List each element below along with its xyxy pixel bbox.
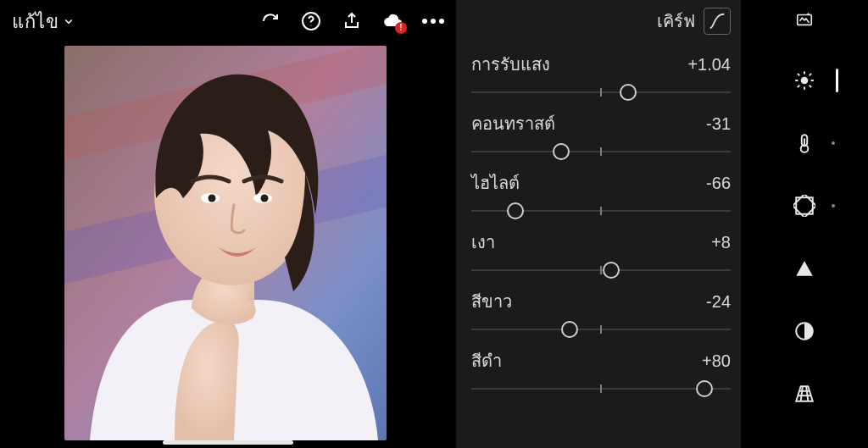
slider-row: เงา+8 xyxy=(471,232,731,279)
svg-line-16 xyxy=(810,86,811,87)
ellipsis-icon xyxy=(422,19,444,24)
tool-color[interactable] xyxy=(791,132,818,154)
photo-preview[interactable] xyxy=(64,46,387,440)
svg-point-1 xyxy=(310,25,311,25)
active-tool-indicator xyxy=(836,69,838,92)
adjustments-panel: เคิร์ฟ การรับแสง+1.04คอนทราสต์-31ไฮไลต์-… xyxy=(456,0,741,448)
color-temp-icon xyxy=(793,132,815,154)
slider-value: -66 xyxy=(706,173,731,193)
share-button[interactable] xyxy=(341,10,363,32)
slider-track[interactable] xyxy=(471,261,731,279)
slider-value: +80 xyxy=(702,351,731,371)
tone-curve-button[interactable] xyxy=(704,8,731,35)
slider-row: ไฮไลต์-66 xyxy=(471,173,731,220)
tool-light[interactable] xyxy=(791,69,818,91)
slider-track[interactable] xyxy=(471,379,731,398)
svg-line-18 xyxy=(810,74,811,75)
slider-track[interactable] xyxy=(471,142,731,161)
curve-label: เคิร์ฟ xyxy=(657,8,695,35)
slider-track[interactable] xyxy=(471,83,731,102)
svg-line-15 xyxy=(798,74,799,75)
slider-track[interactable] xyxy=(471,320,731,339)
chevron-down-icon xyxy=(64,16,74,26)
slider-track[interactable] xyxy=(471,202,731,220)
more-menu-button[interactable] xyxy=(422,10,444,32)
redo-button[interactable] xyxy=(259,10,281,32)
svg-line-28 xyxy=(806,386,808,401)
geometry-grid-icon xyxy=(793,383,815,405)
slider-label: เงา xyxy=(471,232,495,252)
slider-label: ไฮไลต์ xyxy=(471,173,520,193)
cloud-sync-button[interactable]: ! xyxy=(381,10,403,32)
slider-value: +1.04 xyxy=(687,54,731,75)
tool-optics[interactable] xyxy=(791,320,818,342)
top-toolbar: แก้ไข ! xyxy=(0,0,456,42)
slider-value: -24 xyxy=(706,291,731,312)
slider-row: สีขาว-24 xyxy=(471,291,731,339)
tool-auto[interactable] xyxy=(791,10,818,29)
home-indicator[interactable] xyxy=(163,440,293,445)
edit-mode-label: แก้ไข xyxy=(12,7,58,36)
right-tool-strip xyxy=(741,0,868,448)
slider-value: -31 xyxy=(706,113,731,134)
svg-point-7 xyxy=(209,195,216,202)
slider-knob[interactable] xyxy=(553,143,570,160)
slider-label: สีดำ xyxy=(471,351,502,371)
panel-indicator-dot xyxy=(832,204,835,207)
help-button[interactable] xyxy=(300,10,322,32)
slider-knob[interactable] xyxy=(507,202,524,219)
effects-frame-icon xyxy=(793,195,815,217)
slider-label: คอนทราสต์ xyxy=(471,113,555,134)
curve-icon xyxy=(708,12,726,30)
tool-effects[interactable] xyxy=(791,195,818,217)
tool-detail[interactable] xyxy=(791,257,818,279)
slider-row: การรับแสง+1.04 xyxy=(471,54,731,102)
panel-indicator-dot xyxy=(832,141,835,145)
slider-knob[interactable] xyxy=(561,321,578,338)
detail-triangle-icon xyxy=(793,257,815,279)
slider-label: การรับแสง xyxy=(471,54,550,75)
svg-line-27 xyxy=(801,386,803,401)
light-adjust-icon xyxy=(793,69,815,91)
optics-lens-icon xyxy=(793,320,815,342)
svg-line-17 xyxy=(798,86,799,87)
slider-knob[interactable] xyxy=(603,262,620,279)
sync-alert-badge: ! xyxy=(395,22,407,34)
slider-label: สีขาว xyxy=(471,291,512,312)
photo-canvas-area: แก้ไข ! xyxy=(0,0,456,448)
slider-knob[interactable] xyxy=(620,84,637,101)
svg-point-8 xyxy=(261,195,269,202)
tool-geometry[interactable] xyxy=(791,383,818,405)
auto-enhance-icon xyxy=(795,10,814,29)
edit-mode-dropdown[interactable]: แก้ไข xyxy=(12,7,74,36)
svg-point-10 xyxy=(801,77,809,85)
slider-knob[interactable] xyxy=(696,380,713,397)
slider-value: +8 xyxy=(711,232,731,252)
slider-row: สีดำ+80 xyxy=(471,351,731,398)
slider-row: คอนทราสต์-31 xyxy=(471,113,731,161)
